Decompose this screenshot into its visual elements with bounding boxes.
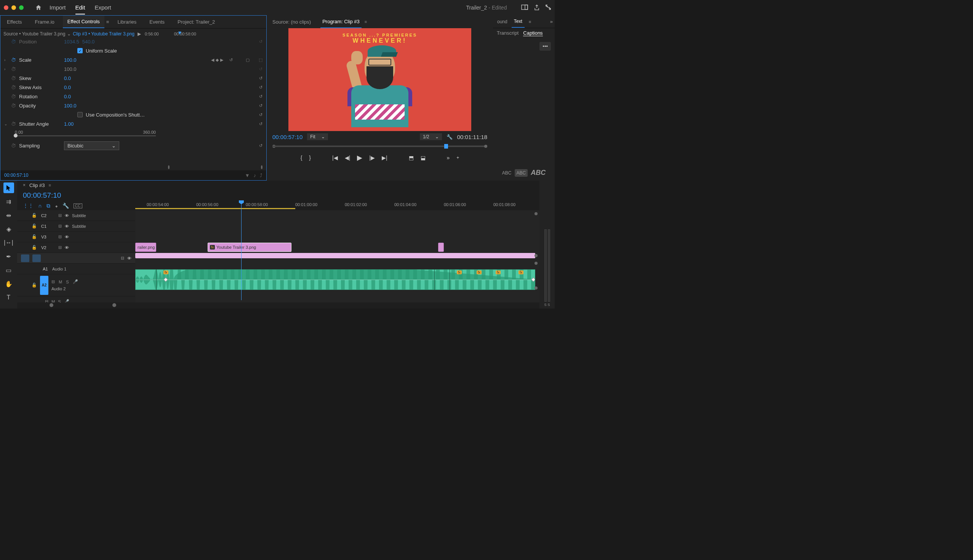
program-scrubber[interactable] (267, 142, 493, 150)
marker-icon[interactable]: ⬥ (55, 203, 58, 209)
tab-project[interactable]: Project: Trailer_2 (173, 16, 220, 28)
home-icon[interactable] (35, 4, 42, 11)
track-output-icon[interactable]: ⊟ (52, 279, 55, 284)
play-icon[interactable]: ▶ (138, 31, 141, 37)
mute-button[interactable]: M (52, 300, 55, 303)
step-forward-icon[interactable]: |▶ (369, 155, 375, 161)
stopwatch-icon[interactable]: ⏱ (11, 94, 16, 100)
mask-icon[interactable]: ▢ (246, 58, 250, 62)
add-button-icon[interactable]: + (457, 155, 459, 160)
solo-ch-2[interactable]: S (548, 303, 550, 307)
workspace-icon[interactable] (521, 5, 528, 11)
reset-icon[interactable]: ↺ (259, 76, 263, 81)
reset-icon[interactable]: ↺ (259, 85, 263, 90)
zoom-handle-right[interactable] (261, 165, 263, 169)
mark-in-icon[interactable]: { (301, 155, 303, 161)
program-timecode[interactable]: 00:00:57:10 (272, 134, 303, 140)
close-sequence-icon[interactable]: × (23, 182, 25, 188)
extract-icon[interactable]: ⬓ (421, 155, 426, 161)
tab-events[interactable]: Events (145, 16, 169, 28)
lock-icon[interactable]: 🔓 (32, 234, 37, 239)
cc-icon[interactable]: CC (73, 203, 82, 208)
track-header-a2[interactable]: 🔓 A2 ⊟ M S 🎤 Audio 2 (17, 274, 135, 297)
tab-libraries[interactable]: Libraries (113, 16, 141, 28)
export-icon[interactable]: ⤴ (260, 173, 263, 178)
more-icon[interactable]: » (447, 155, 450, 161)
program-video-area[interactable]: SEASON ...? PREMIERES WHENEVER! (267, 28, 493, 131)
more-options-button[interactable]: ••• (540, 42, 551, 51)
reset-icon[interactable]: ↺ (259, 143, 263, 148)
sequence-menu-icon[interactable]: ≡ (48, 183, 51, 187)
eye-icon[interactable]: 👁 (127, 256, 132, 260)
stopwatch-icon[interactable]: ⏱ (11, 103, 16, 108)
reset-icon[interactable]: ↺ (259, 112, 263, 117)
expand-icon[interactable]: › (4, 58, 8, 62)
voice-over-icon[interactable]: 🎤 (73, 279, 78, 284)
zoom-handle-left[interactable] (50, 303, 53, 307)
lift-icon[interactable]: ⬒ (409, 155, 414, 161)
solo-button[interactable]: S (58, 300, 61, 303)
clip-small[interactable] (438, 243, 444, 252)
stopwatch-icon[interactable]: ⏱ (11, 143, 16, 148)
source-patch-v1[interactable] (21, 255, 29, 262)
track-header-a1[interactable]: A1 Audio 1 (17, 263, 135, 274)
solo-button[interactable]: S (66, 280, 68, 284)
overflow-icon[interactable]: » (550, 19, 553, 24)
track-header-c1[interactable]: 🔓 C1 ⊟ 👁 Subtitle (17, 221, 135, 232)
reset-icon[interactable]: ↺ (259, 94, 263, 99)
stopwatch-icon[interactable]: ⏱ (11, 121, 16, 127)
audio-rubber-band[interactable] (136, 280, 535, 280)
mute-button[interactable]: M (59, 280, 62, 284)
clip-youtube-trailer-3[interactable]: fx Youtube Trailer 3.png (208, 243, 292, 252)
source-patch-v1b[interactable] (32, 255, 41, 262)
eye-icon[interactable]: 👁 (65, 245, 69, 250)
lock-icon[interactable]: 🔓 (32, 223, 37, 228)
close-window-button[interactable] (4, 5, 8, 10)
tab-program[interactable]: Program: Clip #3 (320, 16, 362, 28)
track-header-v3[interactable]: 🔓 V3 ⊟ 👁 (17, 232, 135, 242)
zoom-handle-left[interactable] (168, 165, 170, 169)
track-output-icon[interactable]: ⊟ (58, 234, 62, 239)
reset-icon[interactable]: ↺ (259, 39, 263, 44)
pin-icon[interactable]: ♪ (254, 173, 257, 178)
collapse-icon[interactable]: ⌄ (4, 122, 8, 126)
track-output-icon[interactable]: ⊟ (58, 213, 62, 218)
panel-menu-icon[interactable]: ≡ (365, 20, 367, 24)
expand-icon[interactable]: › (4, 67, 8, 71)
fx-icon[interactable]: ⬚ (259, 58, 263, 62)
ec-mini-timeline[interactable]: 0:56:00 00:00:58:00 ▼ (145, 32, 263, 36)
clip-v1-strip[interactable] (135, 253, 535, 258)
subtab-transcript[interactable]: Transcript (497, 30, 518, 36)
ec-timecode[interactable]: 00:00:57:10 (4, 173, 28, 178)
tab-source[interactable]: Source: (no clips) (270, 16, 313, 28)
razor-tool[interactable]: ◈ (3, 223, 14, 234)
track-output-icon[interactable]: ⊟ (121, 256, 124, 260)
panel-menu-icon[interactable]: ≡ (526, 17, 533, 27)
lock-icon[interactable]: 🔓 (32, 245, 37, 250)
maximize-window-button[interactable] (19, 5, 23, 10)
scrub-playhead[interactable] (444, 144, 448, 148)
style-abc-boxed[interactable]: ABC (515, 169, 528, 177)
style-abc-outline[interactable]: ABC (502, 170, 511, 176)
panel-menu-icon[interactable]: ≡ (106, 19, 109, 25)
track-output-icon[interactable]: ⊟ (58, 223, 62, 228)
comp-shutter-checkbox[interactable] (77, 112, 83, 117)
audio-clip-a2[interactable]: fx fx fx fx fx (135, 269, 535, 290)
solo-ch-1[interactable]: S (544, 303, 546, 307)
track-header-a3[interactable]: ⊟ M S 🎤 (17, 297, 135, 302)
stopwatch-icon[interactable]: ⏱ (11, 39, 16, 45)
selection-tool[interactable] (3, 182, 14, 193)
lock-icon[interactable]: 🔓 (32, 213, 37, 218)
stopwatch-icon[interactable]: ⏱ (11, 85, 16, 90)
track-output-icon[interactable]: ⊟ (45, 299, 48, 302)
stopwatch-icon[interactable]: ⏱ (11, 57, 16, 63)
type-tool[interactable]: T (3, 292, 14, 303)
slider-thumb[interactable] (14, 134, 18, 138)
chevron-down-icon[interactable]: ⌄ (67, 31, 71, 37)
tab-sound-partial[interactable]: ound (495, 16, 510, 27)
style-abc-italic[interactable]: ABC (531, 169, 546, 177)
ec-clip-link[interactable]: Clip #3 • Youtube Trailer 3.png (73, 31, 135, 37)
vu-meter-left[interactable] (545, 229, 547, 302)
prev-keyframe-icon[interactable]: ◀ (211, 58, 214, 62)
minimize-window-button[interactable] (12, 5, 16, 10)
